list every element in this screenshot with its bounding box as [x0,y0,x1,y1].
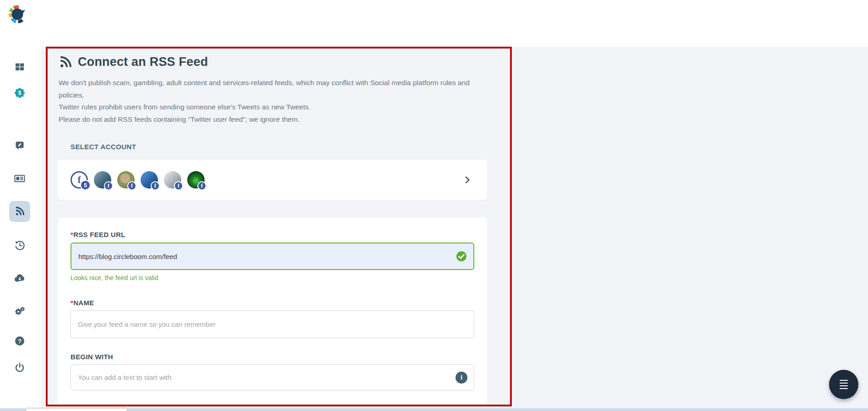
sidebar: $ [0,0,41,411]
name-label: *NAME [71,299,474,307]
rss-title-icon [59,55,72,69]
page-title: Connect an RSS Feed [78,55,208,69]
facebook-account-avatar[interactable] [141,171,158,189]
sidebar-item-rss-feed[interactable] [9,201,30,222]
rss-icon [14,206,25,217]
chevron-right-icon [464,176,471,184]
facebook-account-avatar[interactable] [187,171,205,189]
sidebar-item-export[interactable] [9,268,30,289]
top-bar [0,0,868,47]
floating-menu-button[interactable] [829,370,858,399]
facebook-account-avatar[interactable] [117,171,135,189]
cloud-download-icon [14,273,26,284]
page-description: We don't publish scam, gambling, adult c… [59,77,473,125]
account-count-badge: 5 [80,180,91,190]
feed-url-valid-message: Looks nice, the feed url is valid [71,274,474,281]
settings-gears-icon [14,305,26,317]
valid-check-icon [456,251,467,262]
begin-with-input[interactable] [71,364,474,390]
sidebar-item-logout[interactable] [9,357,30,378]
dashboard-grid-icon [14,61,25,72]
facebook-account-avatar[interactable] [94,171,111,189]
history-icon [14,240,26,251]
help-icon: ? [14,335,25,346]
accounts-scroll-right-button[interactable] [461,173,474,187]
facebook-badge-icon [197,181,206,190]
rss-feed-form-card: *RSS FEED URL Looks nice, the feed url i… [58,218,487,406]
sidebar-item-pricing[interactable]: $ [9,82,30,103]
facebook-badge-icon [127,181,136,190]
sidebar-item-news-feed[interactable] [9,168,30,189]
account-selector-card: 5 [58,160,487,200]
rss-feed-url-input[interactable] [71,243,474,270]
sidebar-item-settings[interactable] [9,301,30,322]
sidebar-item-compose[interactable] [9,135,30,156]
page-header: Connect an RSS Feed [59,55,208,69]
begin-with-input-wrap [71,364,474,390]
feed-name-input[interactable] [71,310,474,338]
bottom-window-edge-segment [27,408,126,411]
facebook-badge-icon [174,181,183,190]
facebook-all-accounts-avatar[interactable]: 5 [71,171,88,189]
account-avatar-list: 5 [71,171,205,189]
bottom-window-edge [0,408,868,411]
circleboom-logo[interactable] [7,5,27,25]
rss-feed-url-label: *RSS FEED URL [71,231,125,238]
power-icon [14,362,25,373]
description-line: Please do not add RSS feeds containing “… [59,114,473,126]
begin-with-label: BEGIN WITH [71,353,474,361]
name-input-wrap [71,310,474,338]
sidebar-item-history[interactable] [9,235,30,256]
newspaper-icon [14,173,26,184]
facebook-account-avatar[interactable] [164,171,181,189]
dollar-badge-icon: $ [14,87,26,99]
description-line: We don't publish scam, gambling, adult c… [59,77,473,101]
highlight-region: Connect an RSS Feed We don't publish sca… [46,47,512,406]
svg-text:$: $ [18,90,22,96]
info-icon[interactable] [456,372,467,384]
select-account-label: SELECT ACCOUNT [71,143,136,151]
description-line: Twitter rules prohibit users from sendin… [59,101,473,114]
circleboom-logo-icon [7,5,27,25]
sidebar-item-dashboard[interactable] [9,56,30,77]
sidebar-item-help[interactable]: ? [9,330,30,352]
facebook-badge-icon [151,181,160,190]
facebook-badge-icon [104,181,113,190]
rss-feed-url-input-wrap [71,243,474,270]
compose-bubble-icon [14,140,25,151]
svg-text:?: ? [18,338,22,345]
menu-list-icon [840,380,848,381]
